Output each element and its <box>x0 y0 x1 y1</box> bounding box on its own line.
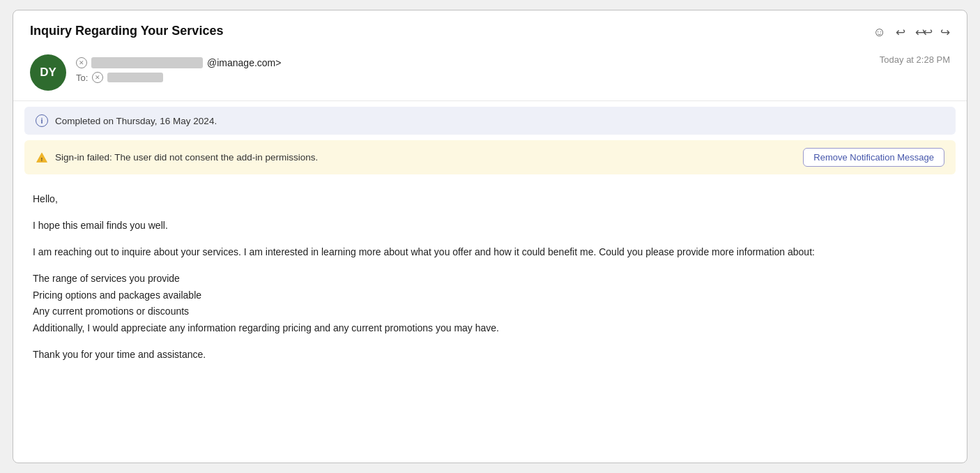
recipient-blurred <box>107 73 163 82</box>
header-divider <box>13 100 967 101</box>
avatar: DY <box>30 54 66 91</box>
body-list: The range of services you provide Pricin… <box>33 271 947 337</box>
warning-banner: ! Sign-in failed: The user did not conse… <box>24 140 956 174</box>
body-para1: I hope this email finds you well. <box>33 218 947 234</box>
body-greeting: Hello, <box>33 191 947 208</box>
remove-notification-button[interactable]: Remove Notification Message <box>803 148 944 167</box>
list-item-2: Any current promotions or discounts <box>33 303 947 320</box>
reply-icon[interactable]: ↩ <box>896 27 905 38</box>
list-item-0: The range of services you provide <box>33 271 947 287</box>
body-closing: Thank you for your time and assistance. <box>33 347 947 363</box>
email-timestamp: Today at 2:28 PM <box>880 54 950 65</box>
sender-to-row: To: ✕ <box>76 72 870 83</box>
email-body: Hello, I hope this email finds you well.… <box>13 174 967 389</box>
email-header: Inquiry Regarding Your Services ☺ ↩ ↩↩ ↪ <box>13 10 967 47</box>
recipient-remove-icon[interactable]: ✕ <box>92 72 103 83</box>
body-para2: I am reaching out to inquire about your … <box>33 244 947 261</box>
reply-all-icon[interactable]: ↩↩ <box>915 27 931 38</box>
sender-details: ✕ @imanage.com> To: ✕ <box>76 54 870 83</box>
sender-email: @imanage.com> <box>207 57 281 68</box>
svg-text:!: ! <box>41 156 43 161</box>
sender-area: DY ✕ @imanage.com> To: ✕ Today at 2:28 P… <box>13 47 967 100</box>
email-subject: Inquiry Regarding Your Services <box>30 23 223 39</box>
email-panel: Inquiry Regarding Your Services ☺ ↩ ↩↩ ↪… <box>13 10 967 463</box>
banner-area: i Completed on Thursday, 16 May 2024. ! … <box>13 107 967 174</box>
warning-icon: ! <box>36 151 48 164</box>
sender-from-row: ✕ @imanage.com> <box>76 57 870 68</box>
list-item-1: Pricing options and packages available <box>33 287 947 304</box>
header-actions: ☺ ↩ ↩↩ ↪ <box>873 23 950 38</box>
list-item-3: Additionally, I would appreciate any inf… <box>33 320 947 337</box>
forward-icon[interactable]: ↪ <box>940 27 950 38</box>
emoji-icon[interactable]: ☺ <box>873 26 886 38</box>
info-banner-text: Completed on Thursday, 16 May 2024. <box>55 116 217 126</box>
info-icon: i <box>36 114 48 127</box>
sender-remove-icon[interactable]: ✕ <box>76 57 87 68</box>
sender-name-blurred <box>91 57 203 68</box>
info-banner: i Completed on Thursday, 16 May 2024. <box>24 107 956 135</box>
warning-banner-text: Sign-in failed: The user did not consent… <box>55 152 318 163</box>
to-label: To: <box>76 73 88 83</box>
